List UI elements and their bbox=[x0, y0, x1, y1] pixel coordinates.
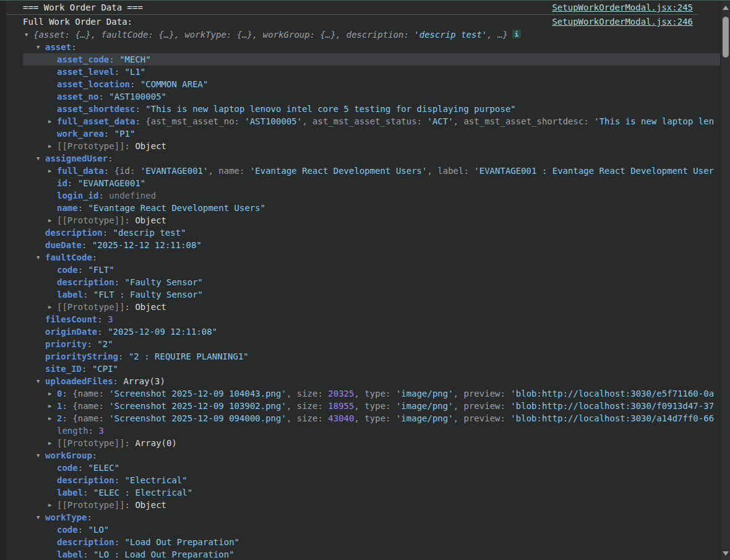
token-g: , size: bbox=[286, 413, 328, 423]
token-pr: [[Prototype]] bbox=[57, 215, 125, 225]
tree-row: length: 3 bbox=[23, 424, 720, 437]
tree-row[interactable]: ▶[[Prototype]]: Object bbox=[23, 301, 720, 313]
console-entry-1: === Work Order Data === SetupWorkOrderMo… bbox=[6, 1, 720, 14]
expander-collapsed-icon[interactable]: ▶ bbox=[48, 499, 57, 511]
tree-row[interactable]: ▼{asset: {…}, faultCode: {…}, workType: … bbox=[23, 28, 720, 41]
tree-row[interactable]: ▼workGroup: bbox=[23, 449, 720, 462]
scroll-down-arrow-icon[interactable] bbox=[723, 551, 729, 556]
expander-expanded-icon[interactable]: ▼ bbox=[36, 375, 45, 387]
vertical-scrollbar[interactable] bbox=[720, 1, 730, 560]
tree-row: label: "ELEC : Electrical" bbox=[23, 486, 720, 499]
expander-collapsed-icon[interactable]: ▶ bbox=[48, 400, 57, 412]
info-icon[interactable]: i bbox=[512, 30, 521, 38]
token-k: uploadedFiles bbox=[45, 376, 113, 386]
expander-collapsed-icon[interactable]: ▶ bbox=[48, 301, 57, 313]
tree-row[interactable]: ▶[[Prototype]]: Object bbox=[23, 214, 720, 226]
expander-expanded-icon[interactable]: ▼ bbox=[36, 251, 45, 264]
token-k: label bbox=[57, 488, 83, 498]
token-s: 'blob:http://localhost:3030/a14d7ff0-66 bbox=[510, 413, 714, 423]
expander-collapsed-icon[interactable]: ▶ bbox=[48, 437, 57, 449]
tree-row[interactable]: ▼workType: bbox=[23, 511, 720, 523]
token-k: description bbox=[45, 228, 103, 238]
tree-row: work_area: "P1" bbox=[23, 127, 720, 140]
token-c: Object bbox=[135, 500, 166, 510]
token-p: : bbox=[62, 389, 72, 398]
tree-row[interactable]: ▶0: {name: 'Screenshot 2025-12-09 104043… bbox=[23, 387, 720, 400]
token-k: filesCount bbox=[45, 314, 97, 324]
token-c: Object bbox=[135, 302, 166, 312]
token-k: asset_code bbox=[57, 54, 109, 64]
tree-row[interactable]: ▶full_data: {id: 'EVANTAGE001', name: 'E… bbox=[23, 165, 720, 177]
expander-collapsed-icon[interactable]: ▶ bbox=[48, 140, 57, 152]
tree-row: code: "FLT" bbox=[23, 264, 720, 276]
token-p: : bbox=[87, 339, 97, 349]
token-k: login_id bbox=[57, 191, 98, 200]
tree-row[interactable]: ▶full_asset_data: {ast_mst_asset_no: 'AS… bbox=[23, 115, 720, 127]
token-s: 'EVANTAGE001' bbox=[140, 166, 208, 176]
token-p: : bbox=[98, 191, 109, 200]
token-s: "Faulty Sensor" bbox=[125, 277, 203, 287]
scroll-up-arrow-icon[interactable] bbox=[723, 6, 729, 10]
token-p: : bbox=[135, 104, 145, 114]
tree-row[interactable]: ▶[[Prototype]]: Array(0) bbox=[23, 437, 720, 449]
token-c: Array(3) bbox=[123, 376, 165, 386]
token-pr: [[Prototype]] bbox=[57, 302, 125, 312]
entry-2-header: Full Work Order Data: SetupWorkOrderModa… bbox=[6, 15, 720, 28]
token-s: 'AST100005' bbox=[244, 116, 302, 126]
expander-collapsed-icon[interactable]: ▶ bbox=[48, 214, 57, 226]
expander-expanded-icon[interactable]: ▼ bbox=[36, 511, 45, 523]
token-s: 'EVANTAGE001 : Evantage React Developmen… bbox=[474, 166, 714, 176]
token-p: : bbox=[114, 277, 125, 287]
token-s: "LO : Load Out Preparation" bbox=[93, 549, 234, 559]
tree-row: asset_code: "MECH" bbox=[23, 53, 720, 66]
token-n: 20325 bbox=[328, 389, 354, 398]
token-g: , …} bbox=[487, 30, 508, 40]
source-link[interactable]: SetupWorkOrderModal.jsx:245 bbox=[552, 1, 693, 14]
token-p: : bbox=[97, 314, 108, 324]
expander-collapsed-icon[interactable]: ▶ bbox=[48, 412, 57, 424]
expander-expanded-icon[interactable]: ▼ bbox=[36, 449, 45, 462]
tree-row[interactable]: ▶[[Prototype]]: Object bbox=[23, 499, 720, 511]
token-k: asset_no bbox=[57, 92, 98, 101]
token-g: , type: bbox=[354, 389, 395, 398]
token-k: full_data bbox=[57, 166, 104, 176]
token-g: {name: bbox=[72, 401, 109, 411]
token-p: : bbox=[98, 92, 109, 101]
tree-row: description: "Faulty Sensor" bbox=[23, 276, 720, 288]
token-g: , label: bbox=[427, 166, 474, 176]
token-k: code bbox=[57, 525, 78, 535]
expander-collapsed-icon[interactable]: ▶ bbox=[48, 165, 57, 177]
token-p: : bbox=[135, 116, 145, 126]
token-g: {name: bbox=[72, 413, 109, 423]
token-s: 'blob:http://localhost:3030/e5f71160-0a bbox=[510, 389, 714, 398]
token-p: : bbox=[82, 240, 92, 250]
tree-row[interactable]: ▼asset: bbox=[23, 41, 720, 53]
token-g: , size: bbox=[286, 389, 328, 398]
token-p: : bbox=[92, 252, 97, 262]
token-s: "Load Out Preparation" bbox=[125, 537, 239, 547]
tree-row[interactable]: ▼faultCode: bbox=[23, 251, 720, 264]
token-c: Array(0) bbox=[135, 438, 176, 448]
token-p: : bbox=[118, 351, 129, 361]
tree-row[interactable]: ▶1: {name: 'Screenshot 2025-12-09 103902… bbox=[23, 400, 720, 412]
scrollbar-thumb[interactable] bbox=[723, 17, 729, 58]
token-pr: [[Prototype]] bbox=[57, 438, 125, 448]
expander-expanded-icon[interactable]: ▼ bbox=[25, 28, 33, 41]
token-k: work_area bbox=[57, 129, 104, 139]
token-s: "EVANTAGE001" bbox=[78, 178, 146, 188]
log-message: Full Work Order Data: bbox=[6, 15, 132, 28]
expander-collapsed-icon[interactable]: ▶ bbox=[48, 387, 57, 400]
tree-row[interactable]: ▼assignedUser: bbox=[23, 152, 720, 165]
tree-row[interactable]: ▼uploadedFiles: Array(3) bbox=[23, 375, 720, 387]
tree-row: description: "descrip test" bbox=[23, 226, 720, 239]
tree-row[interactable]: ▶[[Prototype]]: Object bbox=[23, 140, 720, 152]
expander-collapsed-icon[interactable]: ▶ bbox=[48, 115, 57, 127]
token-s: 'Screenshot 2025-12-09 103902.png' bbox=[109, 401, 286, 411]
expander-expanded-icon[interactable]: ▼ bbox=[36, 41, 45, 53]
token-k: asset_shortdesc bbox=[57, 104, 135, 114]
expander-expanded-icon[interactable]: ▼ bbox=[36, 152, 45, 165]
tree-row[interactable]: ▶2: {name: 'Screenshot 2025-12-09 094000… bbox=[23, 412, 720, 424]
token-k: dueDate bbox=[45, 240, 82, 250]
source-link[interactable]: SetupWorkOrderModal.jsx:246 bbox=[552, 15, 693, 28]
token-p: : bbox=[114, 475, 125, 485]
